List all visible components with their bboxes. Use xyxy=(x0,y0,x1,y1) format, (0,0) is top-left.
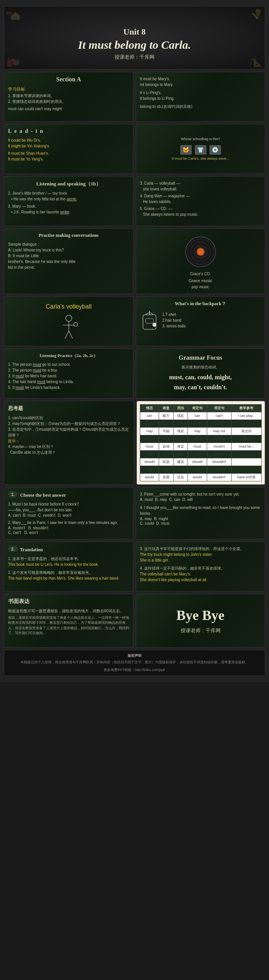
lp-item5: 5. It must be Linda's backpack. xyxy=(8,385,129,390)
vinyl-record xyxy=(185,236,216,267)
choose-title: Choose the best answer xyxy=(20,492,66,498)
lead-line1: It could be Wu Di's. xyxy=(8,137,129,143)
practice-sample: Sample dialogue： xyxy=(8,241,129,247)
practice-b3: kid in the picnic. xyxy=(8,264,129,270)
writing-title: 书面表达 xyxy=(8,598,129,605)
practice-b1: B: It must be Little xyxy=(8,253,129,259)
section-a-slide: Section A 学习目标 1. 掌握本节课讲课的单词。 2. 掌握情态动词表… xyxy=(4,72,133,122)
th-pos: 肯定句 xyxy=(188,404,207,412)
practice-title: Practise making conversations xyxy=(8,233,129,238)
title-slide: ✏ 💡 🎒 📐 🏫 📚 🎵 📏 Unit 8 It must belong to… xyxy=(4,6,265,69)
t3-en1: The toy truck might belong to John's sis… xyxy=(140,552,261,557)
carla-title: Carla's volleyball xyxy=(46,302,92,312)
row-translation: 2. Translation 1. 这本书一定是李磊的，他还在找这本书。 Thi… xyxy=(4,542,265,592)
grammar-words: must, can, could, might, xyxy=(169,372,232,382)
ls-item1: 1. Jane's little brother / — toy truck xyxy=(8,190,129,196)
lead-in-title: L e a d - i n xyxy=(8,128,129,134)
grammar-sub: 表示推测的情态动词。 xyxy=(181,364,220,370)
choose-number: 1. xyxy=(8,491,18,497)
modal-words: must can could can't may might xyxy=(8,106,129,112)
row-listening-grammar: Listening Practice（2a, 2b, 2c） 1. The pe… xyxy=(4,349,265,398)
table-row: could能力过去couldcouldn't表推测 xyxy=(140,420,262,427)
thinking-title: 思考题 xyxy=(8,405,130,412)
t3-cn: 3. 这只玩具卡车可能是孩子们的排球练的，而这是个小女孩。 xyxy=(140,546,261,552)
grammar-table: 情态 表意 用法 肯定句 否定句 教学参考 can能力现在cancan'tI c… xyxy=(140,404,262,481)
q1-text: 1. Must I be back hiome before 8 o'clock… xyxy=(8,501,129,507)
tshirt-item: 👕 xyxy=(195,145,206,155)
ls-item6: she loves volleyball. xyxy=(143,186,261,192)
belong-line4: lt belongs to Li Ping. xyxy=(140,96,261,101)
ls-item8: He loves rabbits. xyxy=(143,199,261,205)
ls-item4: • J.K. Rowling is her favorite writer. xyxy=(11,209,129,215)
choose-slide-right: 3. Peter___come with us tonight, but he … xyxy=(136,487,265,539)
page-wrapper: ✏ 💡 🎒 📐 🏫 📚 🎵 📏 Unit 8 It must belong to… xyxy=(0,0,269,682)
vinyl-center xyxy=(197,248,204,256)
belong-line5: belong to sb.(名词/代词的宾格) xyxy=(140,104,261,109)
lead-line3: It must be Shao Huan's. xyxy=(8,150,129,156)
grace-cd-label: Grace's CD. xyxy=(190,271,211,277)
svg-line-3 xyxy=(65,331,69,339)
writing-prompt: 根据这些图片写一篇普通报告，描绘发现的地方，词数在60词左右。 xyxy=(8,608,129,614)
t4-cn: 4. 这件排球一定不是玛丽的，她非常不喜欢排球。 xyxy=(140,565,261,571)
think-2: 2. may与might的区别：①may为自的一般疑问句成怎么否定回答？ xyxy=(8,421,130,426)
table-row: shall意愿将来shallshan't xyxy=(140,450,262,458)
row-lead-in: L e a d - i n It could be Wu Di's. It mi… xyxy=(4,124,265,174)
q4-options: A. may B. might xyxy=(140,517,261,521)
grammar-focus-slide: Grammar Focus 表示推测的情态动词。 must, can, coul… xyxy=(136,349,265,398)
ls-item3: 2. Mary — book. xyxy=(8,203,129,209)
svg-point-9 xyxy=(153,323,156,327)
t4-en1: The volleyball can't be Mary's. xyxy=(140,571,261,577)
listening-practice-slide: Listening Practice（2a, 2b, 2c） 1. The pe… xyxy=(4,349,133,398)
lead-in-slide: L e a d - i n It could be Wu Di's. It mi… xyxy=(4,124,133,174)
row-listening-speaking: Listening and speaking（1b） 1. Jane's lit… xyxy=(4,176,265,226)
th-ref: 教学参考 xyxy=(231,404,261,412)
backpack-title: What's in the backpack？ xyxy=(140,301,261,307)
row-choose: 1. Choose the best answer 1. Must I be b… xyxy=(4,487,265,539)
think-5: · Can/Be able to 怎么使用？ xyxy=(8,450,130,455)
th-meaning: 表意 xyxy=(159,404,173,412)
footer: 版权声明 本模板仅供个人使用，商业使用请与千库网联系！所有内容（包括但不限于文字… xyxy=(4,650,265,676)
svg-line-4 xyxy=(69,331,73,339)
q3-text: 3. Peter___come with us tonight, but he … xyxy=(140,491,261,497)
table-row: might可能推测mightmight not语气弱 xyxy=(140,435,262,443)
ls-item10: She always listens to pop music. xyxy=(143,212,261,217)
q2-options: A. mustn't B. shouldn't xyxy=(8,526,129,530)
practice-a: A: Look! Whose toy truck is this? xyxy=(8,247,129,253)
schoolbag-slide: Whose schoolbag is this? 🐱 👕 💿 It must b… xyxy=(136,124,265,174)
bye-text: Bye Bye xyxy=(176,607,224,623)
think-4: 4. maybe— may be 区别？ xyxy=(8,444,130,450)
grammar-title: Grammar Focus xyxy=(179,354,222,361)
q1-a: A. can't B. must C. needn't D. won't xyxy=(8,513,129,517)
pop-music-label: pop music xyxy=(192,284,209,290)
belong-slide: It must be Mary's. mt belongs to Mary. I… xyxy=(136,72,265,122)
listening-slide-left: Listening and speaking（1b） 1. Jane's lit… xyxy=(4,176,133,226)
t1-cn: 1. 这本书一定是李磊的，他还在找这本书。 xyxy=(8,556,129,562)
whose-question: Whose schoolbag is this? xyxy=(181,137,220,142)
belong-line3: It s Li Ping's. xyxy=(140,90,261,96)
lp-item2: 2. The person must be a boy. xyxy=(8,367,129,373)
title-unit: Unit 8 xyxy=(78,27,191,37)
backpack-slide: What's in the backpack？ 1.T-shirt 2.hair… xyxy=(136,296,265,346)
svg-point-0 xyxy=(66,315,72,321)
trans-title: Translation xyxy=(20,547,43,553)
row-writing-bye: 书面表达 根据这些图片写一篇普通报告，描绘发现的地方，词数在60词左右。 假设：… xyxy=(4,594,265,648)
carla-answer: It must be Carla's, she always wore... xyxy=(172,156,229,162)
q2-options2: C. can't D. won't xyxy=(8,530,129,535)
lp-item4: 4. The hair band must belong to Linda. xyxy=(8,379,129,385)
q4-options2: C. could D. must xyxy=(140,521,261,526)
section-a-title: Section A xyxy=(8,76,129,83)
bye-slide: Bye Bye 授课老师：千库网 xyxy=(136,594,265,648)
grammar-words2: may, can't, couldn't. xyxy=(174,382,227,392)
q2-text: 2. Mary___be in Paris. I saw her in town… xyxy=(8,520,129,526)
ls-item9: 5. Grace — CD. — xyxy=(140,206,261,212)
table-row: would意愿过去wouldwouldn'thave to代替 xyxy=(140,473,262,481)
contact-text[interactable]: 更多免费PPT模板：http://tl4ku.com/ppt/ xyxy=(9,668,260,673)
cd-item: 💿 xyxy=(209,145,221,155)
title-main: It must belong to Carla. xyxy=(78,38,191,51)
goal-2: 2. 掌握情态动词表推测时的用法。 xyxy=(8,99,129,104)
row-practice: Practise making conversations Sample dia… xyxy=(4,228,265,294)
thinking-slide: 思考题 1. can与could的区别 2. may与might的区别：①may… xyxy=(4,401,134,485)
ls-item7: 4. Dang Wan — magazine — xyxy=(140,193,261,199)
th-modal: 情态 xyxy=(140,404,159,412)
table-row: must必须肯定mustmustn'tmust be... xyxy=(140,443,262,450)
